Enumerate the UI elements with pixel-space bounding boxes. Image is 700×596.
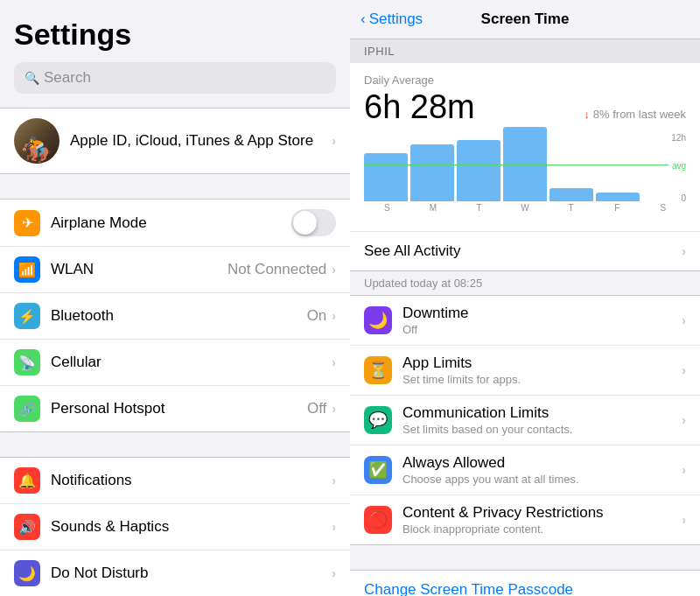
row-hotspot[interactable]: 🔗Personal HotspotOff› [0,386,350,431]
row-bluetooth[interactable]: ⚡BluetoothOn› [0,293,350,340]
apple-id-label: Apple ID, iCloud, iTunes & App Store [70,132,332,150]
bar-label-4: T [548,203,594,213]
username-bar: IPHIL [350,39,700,63]
search-placeholder: Search [44,69,91,87]
content-privacy-title: Content & Privacy Restrictions [402,504,682,522]
hotspot-value: Off [307,400,326,417]
hotspot-label: Personal Hotspot [51,400,307,417]
row-cellular[interactable]: 📡Cellular› [0,340,350,386]
wlan-label: WLAN [51,261,228,278]
bluetooth-label: Bluetooth [51,307,307,325]
page-title: Settings [0,0,350,62]
chevron-icon: › [332,134,336,148]
menu-row-comm-limits[interactable]: 💬Communication LimitsSet limits based on… [350,396,700,445]
daily-avg-time: 6h 28m [364,88,475,126]
sounds-icon: 🔊 [14,514,40,540]
bar-label-6: S [640,203,686,213]
bluetooth-icon: ⚡ [14,303,40,329]
dnd-label: Do Not Disturb [51,564,332,582]
airplane-mode-toggle[interactable] [291,209,336,236]
back-button[interactable]: ‹ Settings [360,11,423,28]
apple-id-text: Apple ID, iCloud, iTunes & App Store [70,132,332,150]
daily-avg-label: Daily Average [364,74,686,87]
row-sounds[interactable]: 🔊Sounds & Haptics› [0,504,350,550]
menu-row-always-allowed[interactable]: ✅Always AllowedChoose apps you want at a… [350,445,700,495]
downtime-title: Downtime [402,305,682,322]
notifications-chevron-icon: › [332,473,336,487]
content-privacy-menu-icon: 🚫 [364,506,392,534]
menu-row-downtime[interactable]: 🌙DowntimeOff› [350,296,700,346]
notifications-icon: 🔔 [14,467,40,494]
comm-limits-menu-icon: 💬 [364,406,392,434]
sounds-label: Sounds & Haptics [51,518,332,536]
chart-area: 12h avg SMTWTFS 0 [364,133,686,221]
downtime-menu-icon: 🌙 [364,306,392,334]
cellular-chevron-icon: › [332,355,336,369]
comm-limits-text: Communication LimitsSet limits based on … [402,404,682,436]
comm-limits-title: Communication Limits [402,404,682,422]
search-bar[interactable]: 🔍 Search [14,62,336,94]
screen-title: Screen Time [481,11,570,28]
change-passcode-label: Change Screen Time Passcode [364,581,573,596]
bar-1 [410,144,454,201]
hotspot-chevron-icon: › [332,402,336,416]
comm-limits-chevron-icon: › [682,413,686,427]
airplane-mode-icon: ✈ [14,210,40,236]
down-arrow-icon: ↓ [584,108,590,121]
bar-label-3: W [502,203,549,213]
content-privacy-subtitle: Block inappropriate content. [402,522,682,536]
row-dnd[interactable]: 🌙Do Not Disturb› [0,550,350,596]
username-label: IPHIL [364,45,395,58]
bar-label-5: F [594,203,640,213]
bar-label-1: M [410,203,457,213]
always-allowed-menu-icon: ✅ [364,456,392,484]
downtime-chevron-icon: › [682,313,686,327]
row-notifications[interactable]: 🔔Notifications› [0,458,350,504]
chart-labels: SMTWTFS [364,203,686,213]
see-all-row[interactable]: See All Activity › [350,231,700,270]
airplane-mode-label: Airplane Mode [51,214,291,232]
right-panel: ‹ Settings Screen Time IPHIL Daily Avera… [350,0,700,596]
back-chevron-icon: ‹ [360,11,366,28]
connectivity-section: ✈Airplane Mode📶WLANNot Connected›⚡Blueto… [0,199,350,432]
apple-id-section: 🏇 Apple ID, iCloud, iTunes & App Store › [0,108,350,174]
general-section: 🔔Notifications›🔊Sounds & Haptics›🌙Do Not… [0,457,350,596]
weekly-change: ↓ 8% from last week [584,108,686,121]
see-all-label: See All Activity [364,242,682,260]
app-limits-text: App LimitsSet time limits for apps. [402,354,682,386]
row-airplane-mode[interactable]: ✈Airplane Mode [0,200,350,247]
always-allowed-text: Always AllowedChoose apps you want at al… [402,454,682,486]
cellular-label: Cellular [51,354,332,371]
bar-0 [364,153,408,201]
avg-line [364,165,668,165]
sounds-chevron-icon: › [332,520,336,534]
wlan-chevron-icon: › [332,263,336,277]
always-allowed-chevron-icon: › [682,463,686,477]
content-privacy-chevron-icon: › [682,513,686,527]
app-limits-title: App Limits [402,354,682,372]
right-scroll: IPHIL Daily Average 6h 28m ↓ 8% from las… [350,39,700,596]
apple-id-row[interactable]: 🏇 Apple ID, iCloud, iTunes & App Store › [0,109,350,173]
content-privacy-text: Content & Privacy RestrictionsBlock inap… [402,504,682,536]
avatar: 🏇 [14,118,60,164]
change-passcode-row[interactable]: Change Screen Time Passcode [350,570,700,596]
bluetooth-chevron-icon: › [332,309,336,323]
menu-row-content-privacy[interactable]: 🚫Content & Privacy RestrictionsBlock ina… [350,495,700,544]
wlan-icon: 📶 [14,256,40,283]
app-limits-menu-icon: ⏳ [364,356,392,384]
bluetooth-value: On [307,307,327,325]
row-wlan[interactable]: 📶WLANNot Connected› [0,247,350,293]
notifications-label: Notifications [51,472,332,489]
chart-bars: avg [364,133,686,201]
updated-text: Updated today at 08:25 [364,277,482,290]
left-panel: Settings 🔍 Search 🏇 Apple ID, iCloud, iT… [0,0,350,596]
back-label: Settings [369,11,423,28]
app-limits-subtitle: Set time limits for apps. [402,373,682,386]
dnd-icon: 🌙 [14,560,40,586]
avg-label-text: avg [672,161,686,171]
menu-row-app-limits[interactable]: ⏳App LimitsSet time limits for apps.› [350,346,700,396]
comm-limits-subtitle: Set limits based on your contacts. [402,423,682,436]
always-allowed-subtitle: Choose apps you want at all times. [402,473,682,486]
dnd-chevron-icon: › [332,566,336,580]
downtime-text: DowntimeOff [402,305,682,336]
